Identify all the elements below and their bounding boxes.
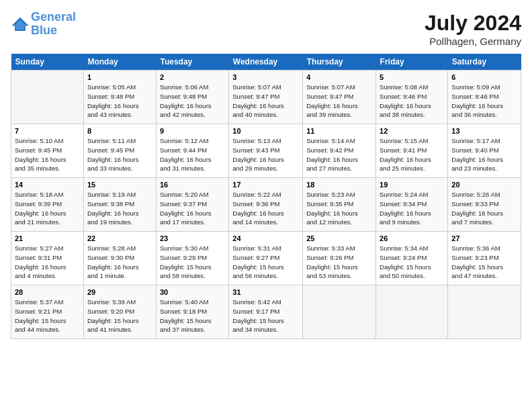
day-info: Sunrise: 5:31 AM Sunset: 9:27 PM Dayligh… (232, 244, 299, 281)
day-info: Sunrise: 5:26 AM Sunset: 9:33 PM Dayligh… (451, 190, 517, 227)
logo: General Blue (11, 11, 76, 38)
week-row-4: 21Sunrise: 5:27 AM Sunset: 9:31 PM Dayli… (11, 232, 521, 285)
day-number: 21 (15, 234, 80, 242)
month-year-title: July 2024 (425, 11, 521, 36)
day-info: Sunrise: 5:07 AM Sunset: 9:47 PM Dayligh… (232, 83, 299, 120)
calendar-cell: 11Sunrise: 5:14 AM Sunset: 9:42 PM Dayli… (303, 124, 376, 178)
day-number: 17 (232, 181, 299, 189)
day-info: Sunrise: 5:23 AM Sunset: 9:35 PM Dayligh… (306, 190, 372, 227)
calendar-cell: 22Sunrise: 5:28 AM Sunset: 9:30 PM Dayli… (83, 232, 156, 285)
day-number: 29 (87, 288, 152, 296)
day-info: Sunrise: 5:20 AM Sunset: 9:37 PM Dayligh… (160, 190, 225, 227)
calendar-cell: 30Sunrise: 5:40 AM Sunset: 9:18 PM Dayli… (156, 285, 228, 339)
day-number: 15 (87, 181, 152, 189)
calendar-cell: 10Sunrise: 5:13 AM Sunset: 9:43 PM Dayli… (229, 124, 303, 178)
day-info: Sunrise: 5:28 AM Sunset: 9:30 PM Dayligh… (87, 244, 152, 281)
calendar-cell: 9Sunrise: 5:12 AM Sunset: 9:44 PM Daylig… (156, 124, 228, 178)
day-info: Sunrise: 5:19 AM Sunset: 9:38 PM Dayligh… (87, 190, 152, 227)
day-number: 14 (15, 181, 80, 189)
calendar-cell: 23Sunrise: 5:30 AM Sunset: 9:29 PM Dayli… (156, 232, 228, 285)
day-info: Sunrise: 5:13 AM Sunset: 9:43 PM Dayligh… (232, 136, 299, 173)
day-info: Sunrise: 5:08 AM Sunset: 9:46 PM Dayligh… (380, 83, 444, 120)
day-number: 3 (232, 73, 299, 81)
location-subtitle: Pollhagen, Germany (425, 36, 521, 47)
day-info: Sunrise: 5:10 AM Sunset: 9:45 PM Dayligh… (15, 136, 80, 173)
calendar-cell: 21Sunrise: 5:27 AM Sunset: 9:31 PM Dayli… (11, 232, 84, 285)
calendar-cell: 27Sunrise: 5:36 AM Sunset: 9:23 PM Dayli… (448, 232, 521, 285)
day-number: 31 (232, 288, 299, 296)
day-header-monday: Monday (83, 54, 156, 71)
day-number: 4 (306, 73, 372, 81)
day-info: Sunrise: 5:27 AM Sunset: 9:31 PM Dayligh… (15, 244, 80, 281)
day-info: Sunrise: 5:30 AM Sunset: 9:29 PM Dayligh… (160, 244, 225, 281)
calendar-cell: 3Sunrise: 5:07 AM Sunset: 9:47 PM Daylig… (229, 71, 303, 124)
day-number: 12 (380, 127, 444, 135)
page-container: General Blue July 2024 Pollhagen, German… (0, 0, 532, 345)
calendar-cell: 2Sunrise: 5:06 AM Sunset: 9:48 PM Daylig… (156, 71, 228, 124)
day-number: 30 (160, 288, 225, 296)
calendar-cell: 18Sunrise: 5:23 AM Sunset: 9:35 PM Dayli… (303, 178, 376, 232)
day-number: 23 (160, 234, 225, 242)
day-info: Sunrise: 5:37 AM Sunset: 9:21 PM Dayligh… (15, 298, 80, 334)
header: General Blue July 2024 Pollhagen, German… (11, 11, 521, 47)
calendar-cell: 8Sunrise: 5:11 AM Sunset: 9:45 PM Daylig… (83, 124, 156, 178)
week-row-1: 1Sunrise: 5:05 AM Sunset: 9:48 PM Daylig… (11, 71, 521, 124)
header-row: SundayMondayTuesdayWednesdayThursdayFrid… (11, 54, 521, 71)
day-number: 10 (232, 127, 299, 135)
day-number: 24 (232, 234, 299, 242)
day-info: Sunrise: 5:40 AM Sunset: 9:18 PM Dayligh… (160, 298, 225, 334)
day-number: 7 (15, 127, 80, 135)
day-header-friday: Friday (376, 54, 448, 71)
logo-icon (11, 16, 30, 32)
day-number: 25 (306, 234, 372, 242)
calendar-cell: 12Sunrise: 5:15 AM Sunset: 9:41 PM Dayli… (376, 124, 448, 178)
day-number: 27 (451, 234, 517, 242)
calendar-cell (376, 285, 448, 339)
day-number: 28 (15, 288, 80, 296)
calendar-cell: 26Sunrise: 5:34 AM Sunset: 9:24 PM Dayli… (376, 232, 448, 285)
calendar-cell: 7Sunrise: 5:10 AM Sunset: 9:45 PM Daylig… (11, 124, 84, 178)
day-number: 5 (380, 73, 444, 81)
logo-text: General Blue (31, 11, 76, 38)
day-number: 18 (306, 181, 372, 189)
week-row-5: 28Sunrise: 5:37 AM Sunset: 9:21 PM Dayli… (11, 285, 521, 339)
day-header-tuesday: Tuesday (156, 54, 228, 71)
day-header-thursday: Thursday (303, 54, 376, 71)
day-info: Sunrise: 5:39 AM Sunset: 9:20 PM Dayligh… (87, 298, 152, 334)
day-info: Sunrise: 5:33 AM Sunset: 9:26 PM Dayligh… (306, 244, 372, 281)
day-number: 26 (380, 234, 444, 242)
calendar-cell: 4Sunrise: 5:07 AM Sunset: 9:47 PM Daylig… (303, 71, 376, 124)
day-number: 2 (160, 73, 225, 81)
calendar-cell: 17Sunrise: 5:22 AM Sunset: 9:36 PM Dayli… (229, 178, 303, 232)
calendar-cell: 13Sunrise: 5:17 AM Sunset: 9:40 PM Dayli… (448, 124, 521, 178)
day-info: Sunrise: 5:17 AM Sunset: 9:40 PM Dayligh… (451, 136, 517, 173)
day-info: Sunrise: 5:18 AM Sunset: 9:39 PM Dayligh… (15, 190, 80, 227)
day-header-sunday: Sunday (11, 54, 84, 71)
calendar-cell: 14Sunrise: 5:18 AM Sunset: 9:39 PM Dayli… (11, 178, 84, 232)
day-info: Sunrise: 5:15 AM Sunset: 9:41 PM Dayligh… (380, 136, 444, 173)
day-number: 19 (380, 181, 444, 189)
day-number: 11 (306, 127, 372, 135)
day-info: Sunrise: 5:09 AM Sunset: 9:46 PM Dayligh… (451, 83, 517, 120)
week-row-2: 7Sunrise: 5:10 AM Sunset: 9:45 PM Daylig… (11, 124, 521, 178)
calendar-cell: 19Sunrise: 5:24 AM Sunset: 9:34 PM Dayli… (376, 178, 448, 232)
calendar-cell: 6Sunrise: 5:09 AM Sunset: 9:46 PM Daylig… (448, 71, 521, 124)
calendar-cell: 28Sunrise: 5:37 AM Sunset: 9:21 PM Dayli… (11, 285, 84, 339)
title-block: July 2024 Pollhagen, Germany (425, 11, 521, 47)
day-info: Sunrise: 5:07 AM Sunset: 9:47 PM Dayligh… (306, 83, 372, 120)
calendar-cell: 16Sunrise: 5:20 AM Sunset: 9:37 PM Dayli… (156, 178, 228, 232)
calendar-cell: 31Sunrise: 5:42 AM Sunset: 9:17 PM Dayli… (229, 285, 303, 339)
day-info: Sunrise: 5:22 AM Sunset: 9:36 PM Dayligh… (232, 190, 299, 227)
day-number: 22 (87, 234, 152, 242)
calendar-cell: 24Sunrise: 5:31 AM Sunset: 9:27 PM Dayli… (229, 232, 303, 285)
day-info: Sunrise: 5:42 AM Sunset: 9:17 PM Dayligh… (232, 298, 299, 334)
day-info: Sunrise: 5:06 AM Sunset: 9:48 PM Dayligh… (160, 83, 225, 120)
day-info: Sunrise: 5:11 AM Sunset: 9:45 PM Dayligh… (87, 136, 152, 173)
calendar-cell (11, 71, 84, 124)
day-number: 13 (451, 127, 517, 135)
calendar-cell: 1Sunrise: 5:05 AM Sunset: 9:48 PM Daylig… (83, 71, 156, 124)
day-info: Sunrise: 5:05 AM Sunset: 9:48 PM Dayligh… (87, 83, 152, 120)
day-number: 6 (451, 73, 517, 81)
day-info: Sunrise: 5:36 AM Sunset: 9:23 PM Dayligh… (451, 244, 517, 281)
calendar-cell: 15Sunrise: 5:19 AM Sunset: 9:38 PM Dayli… (83, 178, 156, 232)
